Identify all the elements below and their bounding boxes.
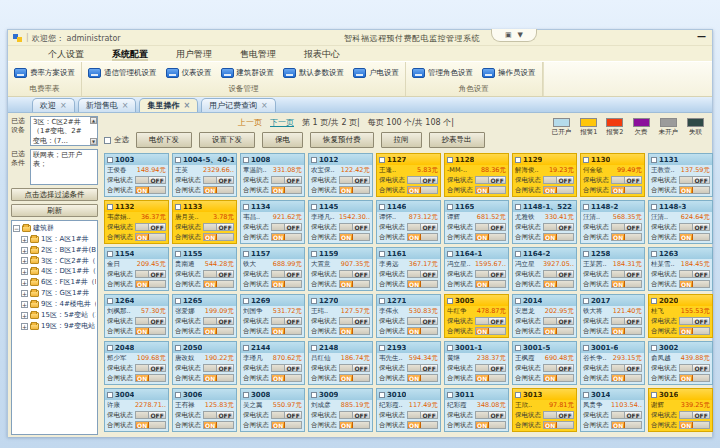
switch-state-toggle[interactable]: ON	[475, 421, 506, 429]
meter-checkbox[interactable]	[311, 298, 317, 304]
choose-filter-button[interactable]: 点击选择过滤条件	[11, 188, 98, 201]
meter-card[interactable]: 1269 刘国争 531.72元 保电状态 OFF	[240, 294, 305, 338]
switch-state-toggle[interactable]: ON	[339, 186, 370, 194]
switch-state-toggle[interactable]: ON	[475, 374, 506, 382]
switch-state-toggle[interactable]: ON	[407, 186, 438, 194]
switch-state-toggle[interactable]: ON	[135, 327, 166, 335]
meter-checkbox[interactable]	[243, 345, 249, 351]
switch-state-toggle[interactable]: ON	[135, 421, 166, 429]
meter-checkbox[interactable]	[243, 204, 249, 210]
tree-root[interactable]: 建筑群	[13, 223, 96, 234]
meter-card[interactable]: 1155 贵南通 544.28元 保电状态 OFF	[172, 247, 237, 291]
meter-card[interactable]: 3009 刘成彦 885.19元 保电状态 OFF	[308, 388, 373, 432]
ribbon-button[interactable]: 操作员设置	[482, 68, 536, 78]
power-keep-toggle[interactable]: OFF	[407, 176, 438, 184]
power-keep-toggle[interactable]: OFF	[339, 270, 370, 278]
selected-filter-listbox[interactable]: 联网表；已开户 表；	[30, 149, 98, 185]
switch-state-toggle[interactable]: ON	[543, 233, 574, 241]
switch-state-toggle[interactable]: ON	[475, 233, 506, 241]
meter-checkbox[interactable]	[107, 204, 113, 210]
power-keep-toggle[interactable]: OFF	[135, 270, 166, 278]
meter-card[interactable]: 2048 郑少军 109.68元 保电状态 OFF	[104, 341, 169, 385]
switch-state-toggle[interactable]: ON	[543, 186, 574, 194]
meter-card[interactable]: 1161 李勇远 367.17元 保电状态 OFF	[376, 247, 441, 291]
close-icon[interactable]: ×	[183, 101, 190, 110]
main-menu-tab[interactable]: 个人设置	[48, 48, 84, 61]
switch-state-toggle[interactable]: ON	[339, 280, 370, 288]
tree-node[interactable]: 7区：G区1#井	[13, 288, 96, 299]
expand-icon[interactable]	[21, 301, 28, 308]
tree-node[interactable]: 2区：B区1#井(B区1...	[13, 245, 96, 256]
meter-checkbox[interactable]	[107, 298, 113, 304]
meter-card[interactable]: 1133 唐月英.. 3.78元 保电状态 OFF	[172, 200, 237, 244]
meter-checkbox[interactable]	[515, 392, 521, 398]
meter-checkbox[interactable]	[583, 204, 589, 210]
power-keep-toggle[interactable]: OFF	[407, 270, 438, 278]
meter-card[interactable]: 1130 何金敏 99.49元 保电状态 OFF	[580, 153, 645, 197]
meter-card[interactable]: 1008 覃温韵.. 331.08元 保电状态 OFF	[240, 153, 305, 197]
tree-node[interactable]: 3区：C区2#井（1#...	[13, 256, 96, 267]
switch-state-toggle[interactable]: ON	[679, 233, 710, 241]
meter-checkbox[interactable]	[311, 345, 317, 351]
switch-state-toggle[interactable]: ON	[135, 374, 166, 382]
meter-card[interactable]: 1164-1 冯立星.. 1595.67.. 保电状态 OFF	[444, 247, 509, 291]
switch-state-toggle[interactable]: ON	[679, 280, 710, 288]
scroll-down-icon[interactable]: ▼	[90, 138, 97, 145]
switch-state-toggle[interactable]: ON	[135, 280, 166, 288]
switch-state-toggle[interactable]: ON	[679, 327, 710, 335]
power-keep-toggle[interactable]: OFF	[679, 364, 710, 372]
meter-checkbox[interactable]	[651, 157, 657, 163]
switch-state-toggle[interactable]: ON	[475, 186, 506, 194]
meter-checkbox[interactable]	[515, 345, 521, 351]
main-menu-tab[interactable]: 用户管理	[176, 48, 212, 61]
power-keep-toggle[interactable]: OFF	[135, 317, 166, 325]
main-menu-tab[interactable]: 系统配置	[112, 48, 148, 61]
switch-state-toggle[interactable]: ON	[203, 233, 234, 241]
ribbon-button[interactable]: 仪表设置	[166, 68, 212, 78]
meter-card[interactable]: 3001-1 黄继 238.37元 保电状态 OFF	[444, 341, 509, 385]
power-keep-toggle[interactable]: OFF	[475, 411, 506, 419]
switch-state-toggle[interactable]: ON	[679, 186, 710, 194]
tree-node[interactable]: 9区：4#楼电井（4#...	[13, 299, 96, 310]
power-keep-toggle[interactable]: OFF	[407, 317, 438, 325]
meter-card[interactable]: 1003 王俊春 148.94元 保电状态 OFF	[104, 153, 169, 197]
expand-icon[interactable]	[21, 279, 28, 286]
meter-checkbox[interactable]	[447, 204, 453, 210]
switch-state-toggle[interactable]: ON	[543, 421, 574, 429]
document-tab[interactable]: 新增售电 ×	[78, 98, 137, 112]
power-keep-toggle[interactable]: OFF	[135, 223, 166, 231]
switch-state-toggle[interactable]: ON	[339, 421, 370, 429]
meter-checkbox[interactable]	[379, 345, 385, 351]
meter-checkbox[interactable]	[379, 392, 385, 398]
switch-state-toggle[interactable]: ON	[407, 280, 438, 288]
meter-card[interactable]: 1148-1、522 尤雅铁 330.41元 保电状态 OFF	[512, 200, 577, 244]
power-keep-toggle[interactable]: OFF	[475, 176, 506, 184]
switch-state-toggle[interactable]: ON	[135, 233, 166, 241]
power-keep-toggle[interactable]: OFF	[543, 364, 574, 372]
meter-checkbox[interactable]	[243, 298, 249, 304]
layout-grid-icon[interactable]: ▣	[505, 31, 512, 39]
meter-card[interactable]: 3006 王有禄 125.83元 保电状态 OFF	[172, 388, 237, 432]
prev-page-link[interactable]: 上一页	[238, 117, 262, 128]
power-keep-toggle[interactable]: OFF	[339, 176, 370, 184]
switch-state-toggle[interactable]: ON	[679, 421, 710, 429]
meter-card[interactable]: 1265 张爱娜 199.09元 保电状态 OFF	[172, 294, 237, 338]
meter-card[interactable]: 1127 王逢.. 5.83元 保电状态 OFF	[376, 153, 441, 197]
collapse-icon[interactable]	[13, 225, 20, 232]
meter-checkbox[interactable]	[447, 157, 453, 163]
switch-state-toggle[interactable]: ON	[543, 327, 574, 335]
switch-state-toggle[interactable]: ON	[203, 280, 234, 288]
select-all-checkbox[interactable]	[104, 137, 111, 144]
power-keep-toggle[interactable]: OFF	[679, 270, 710, 278]
meter-card[interactable]: 1128 -MM-.. 88.36元 保电状态 OFF	[444, 153, 509, 197]
power-keep-toggle[interactable]: OFF	[271, 364, 302, 372]
power-keep-toggle[interactable]: OFF	[475, 364, 506, 372]
tree-node[interactable]: 4区：D区1#井（D区...	[13, 266, 96, 277]
meter-checkbox[interactable]	[175, 392, 181, 398]
meter-checkbox[interactable]	[379, 157, 385, 163]
next-page-link[interactable]: 下一页	[270, 117, 294, 128]
close-icon[interactable]: ×	[261, 101, 268, 110]
meter-checkbox[interactable]	[583, 392, 589, 398]
power-keep-toggle[interactable]: OFF	[543, 270, 574, 278]
meter-checkbox[interactable]	[311, 157, 317, 163]
